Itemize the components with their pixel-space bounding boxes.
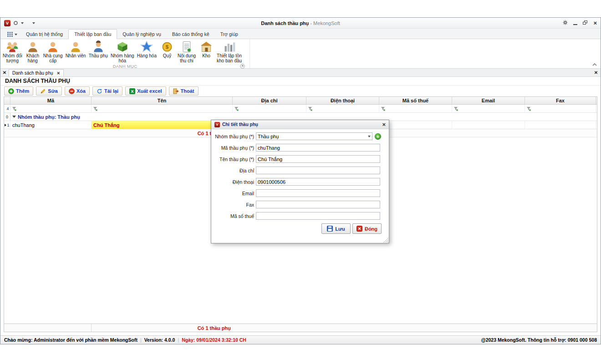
ribbon-item-noi-dung-thu-chi[interactable]: Nội dung thu chi: [176, 40, 197, 64]
fax-field[interactable]: [256, 201, 380, 208]
ribbon-item-nha-cung-cap[interactable]: Nhà cung cấp: [42, 40, 64, 64]
grid-filter-row: 4: [4, 105, 597, 113]
close-dialog-button[interactable]: Đóng: [352, 223, 382, 234]
chevron-down-icon[interactable]: [21, 22, 24, 24]
ribbon-tab-quan-tri-he-thong[interactable]: Quản trị hệ thống: [20, 30, 68, 39]
dialog-titlebar[interactable]: V Chi tiết thầu phụ ×: [211, 120, 389, 129]
column-header-dien-thoai[interactable]: Điện thoại: [306, 97, 379, 104]
code-field[interactable]: [256, 144, 380, 152]
ribbon-group-label: DANH MỤC: [0, 64, 250, 69]
save-button[interactable]: Lưu: [321, 223, 351, 234]
ribbon-item-kho[interactable]: Kho: [197, 40, 215, 59]
close-dialog-button-label: Đóng: [365, 226, 377, 232]
window-title-suffix: - MekongSoft: [310, 20, 340, 26]
name-field[interactable]: [256, 155, 380, 163]
phone-field[interactable]: [256, 178, 380, 186]
group-combo[interactable]: Thầu phụ: [256, 132, 372, 140]
ribbon-item-thiet-lap-ton-kho[interactable]: Thiết lập tồn kho ban đầu: [215, 40, 243, 64]
cell-email[interactable]: [452, 121, 525, 129]
email-field[interactable]: [256, 189, 380, 197]
edit-button[interactable]: Sửa: [36, 86, 61, 96]
ribbon-tab-quan-ly-nghiep-vu[interactable]: Quản lý nghiệp vụ: [117, 30, 167, 39]
ribbon-item-label: Hàng hóa: [137, 53, 157, 58]
tax-field[interactable]: [256, 212, 380, 220]
ribbon-item-khach-hang[interactable]: Khách hàng: [24, 40, 42, 64]
filter-cell-fax[interactable]: [525, 105, 596, 112]
qat-customize-icon[interactable]: [32, 22, 35, 24]
filter-cell-ma[interactable]: [10, 105, 92, 112]
document-tab-label: Danh sách thầu phụ: [12, 71, 53, 76]
delete-button[interactable]: Xóa: [65, 86, 90, 96]
footer-ma: [10, 324, 92, 332]
column-header-email[interactable]: Email: [452, 97, 525, 104]
ribbon-item-thau-phu[interactable]: Thầu phụ: [87, 40, 109, 59]
supplier-icon: [46, 40, 59, 53]
field-row-code: Mã thầu phụ (*): [211, 144, 389, 152]
dialog-resize-grip[interactable]: [383, 238, 388, 243]
name-field-label: Tên thầu phụ (*): [211, 157, 256, 162]
plus-icon: [8, 88, 14, 94]
ribbon-collapse-chevron-icon[interactable]: [592, 61, 597, 67]
filter-icon: [526, 106, 531, 111]
app-logo-icon[interactable]: V: [4, 20, 10, 26]
dialog-buttons: Lưu Đóng: [211, 223, 389, 234]
delete-button-label: Xóa: [76, 88, 86, 94]
dialog-close-icon[interactable]: ×: [382, 122, 386, 127]
settings-icon[interactable]: [563, 20, 568, 26]
ribbon-tab-tro-giup[interactable]: Trợ giúp: [215, 30, 244, 39]
pencil-icon: [40, 88, 46, 94]
email-field-label: Email: [211, 191, 256, 196]
status-copyright: @2023 MekongSoft. Thông tin hỗ trợ: 0901…: [481, 337, 597, 343]
address-field[interactable]: [256, 167, 380, 174]
close-document-icon[interactable]: ✕: [592, 69, 600, 76]
product-group-icon: [116, 40, 129, 53]
app-menu-button[interactable]: [4, 30, 20, 39]
status-bar: Chào mừng: Administrator đến với phần mề…: [0, 335, 601, 344]
cell-ma-so-thue[interactable]: [379, 121, 452, 129]
ribbon-item-quy[interactable]: $ Quỹ: [158, 40, 176, 59]
column-header-ma-so-thue[interactable]: Mã số thuế: [379, 97, 452, 104]
filter-cell-ma-so-thue[interactable]: [379, 105, 452, 112]
filter-cell-email[interactable]: [452, 105, 525, 112]
data-row-indicator: 1: [4, 121, 10, 129]
exit-button[interactable]: Thoát: [169, 86, 199, 96]
customer-icon: [26, 40, 39, 53]
column-header-fax[interactable]: Fax: [525, 97, 596, 104]
minimize-button[interactable]: [573, 24, 577, 25]
initial-stock-icon: [223, 40, 236, 53]
add-button[interactable]: Thêm: [4, 86, 33, 96]
status-welcome: Chào mừng: Administrator đến với phần mề…: [4, 337, 138, 343]
ribbon-item-label: Nhóm hàng: [111, 53, 134, 58]
screen: V Danh sách thầu phụ - MekongSoft ×: [0, 0, 601, 364]
circle-toggle-icon[interactable]: [14, 21, 18, 25]
filter-cell-dia-chi[interactable]: [233, 105, 306, 112]
column-header-ma[interactable]: Mã: [10, 97, 92, 104]
document-tab-danh-sach-thau-phu[interactable]: Danh sách thầu phụ ✕: [9, 69, 64, 76]
close-all-tabs-icon[interactable]: ✕: [0, 69, 9, 76]
warehouse-icon: [200, 40, 213, 53]
combo-dropdown-icon[interactable]: [368, 136, 371, 137]
restore-button[interactable]: [583, 20, 588, 26]
column-header-ten[interactable]: Tên: [92, 97, 233, 104]
ribbon-tab-bao-cao-thong-ke[interactable]: Báo cáo thống kê: [167, 30, 215, 39]
close-button[interactable]: ×: [593, 20, 597, 26]
export-excel-button[interactable]: X Xuất excel: [125, 86, 166, 96]
collapse-group-icon[interactable]: [12, 116, 16, 118]
cell-ma[interactable]: chuThang: [10, 121, 92, 129]
ribbon-item-label: Khách: [26, 53, 39, 58]
ribbon-item-nhan-vien[interactable]: Nhân viên: [64, 40, 87, 59]
ribbon-item-hang-hoa[interactable]: Hàng hóa: [136, 40, 158, 59]
ribbon-tab-thiet-lap-ban-dau[interactable]: Thiết lập ban đầu: [68, 29, 117, 39]
close-tab-icon[interactable]: ✕: [57, 71, 61, 76]
save-floppy-icon: [327, 226, 333, 232]
ribbon-item-nhom-hang-hoa[interactable]: Nhóm hàng hóa: [109, 40, 136, 64]
column-header-dia-chi[interactable]: Địa chỉ: [233, 97, 306, 104]
reload-button[interactable]: Tải lại: [92, 86, 122, 96]
filter-cell-dien-thoai[interactable]: [306, 105, 379, 112]
add-group-button[interactable]: +: [375, 133, 381, 140]
ribbon-item-nhom-doi-tuong[interactable]: Nhóm đối tượng: [1, 40, 24, 64]
status-separator: |: [178, 337, 179, 343]
cell-fax[interactable]: [525, 121, 596, 129]
address-field-label: Địa chỉ: [211, 168, 256, 173]
filter-cell-ten[interactable]: [92, 105, 233, 112]
